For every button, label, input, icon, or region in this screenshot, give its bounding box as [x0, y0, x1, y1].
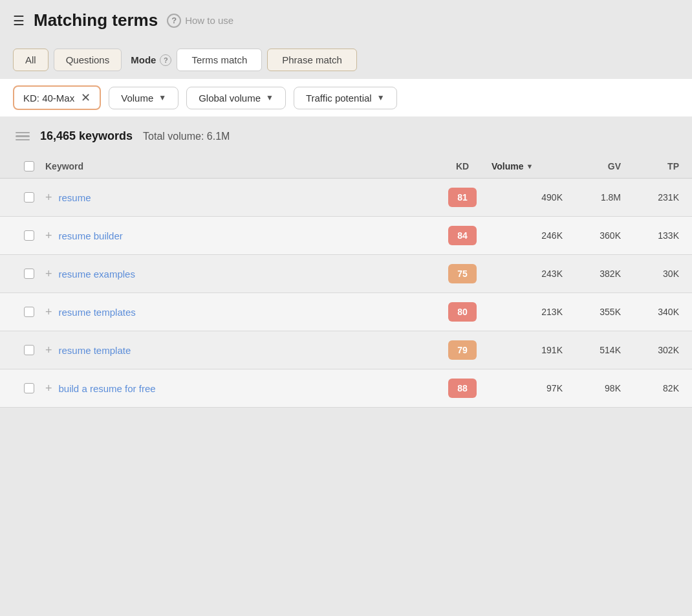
- active-filters-row: KD: 40-Max ✕ Volume ▼ Global volume ▼ Tr…: [0, 79, 692, 116]
- row-checkbox[interactable]: [24, 269, 34, 279]
- kd-chip-close-button[interactable]: ✕: [81, 92, 91, 104]
- row-volume-cell: 490K: [492, 192, 563, 203]
- add-keyword-button[interactable]: +: [45, 192, 52, 203]
- row-kd-cell: 81: [433, 188, 492, 207]
- row-volume-cell: 97K: [492, 383, 563, 393]
- row-volume-cell: 246K: [492, 230, 563, 241]
- menu-icon[interactable]: ☰: [13, 14, 25, 27]
- select-all-checkbox[interactable]: [24, 161, 34, 171]
- header: ☰ Matching terms ? How to use: [0, 0, 692, 41]
- drag-handle[interactable]: [16, 132, 30, 141]
- row-checkbox-cell: [13, 345, 45, 355]
- kd-badge: 80: [448, 302, 477, 322]
- volume-dropdown[interactable]: Volume ▼: [109, 87, 178, 109]
- phrase-match-button[interactable]: Phrase match: [267, 49, 357, 71]
- row-keyword-cell: + resume templates: [45, 306, 433, 318]
- kd-chip-label: KD: 40-Max: [23, 93, 74, 104]
- how-to-use-label: How to use: [185, 15, 233, 26]
- add-keyword-button[interactable]: +: [45, 344, 52, 356]
- global-volume-dropdown-arrow: ▼: [266, 93, 274, 102]
- row-kd-cell: 75: [433, 264, 492, 283]
- total-volume: Total volume: 6.1M: [143, 131, 230, 142]
- row-checkbox-cell: [13, 230, 45, 241]
- header-checkbox-cell: [13, 161, 45, 171]
- kd-badge: 81: [448, 188, 477, 207]
- row-gv-cell: 382K: [563, 269, 621, 279]
- mode-label: Mode ?: [131, 54, 171, 66]
- keyword-link[interactable]: resume: [59, 192, 91, 203]
- row-gv-cell: 514K: [563, 345, 621, 355]
- add-keyword-button[interactable]: +: [45, 268, 52, 280]
- row-checkbox[interactable]: [24, 383, 34, 393]
- table-row: + resume template 79 191K 514K 302K: [0, 331, 692, 369]
- row-gv-cell: 1.8M: [563, 192, 621, 203]
- col-keyword: Keyword: [45, 161, 433, 171]
- table-header: Keyword KD Volume ▼ GV TP: [0, 155, 692, 179]
- row-checkbox-cell: [13, 383, 45, 393]
- table-row: + resume examples 75 243K 382K 30K: [0, 255, 692, 293]
- filter-bar: All Questions Mode ? Terms match Phrase …: [0, 41, 692, 79]
- table-row: + resume 81 490K 1.8M 231K: [0, 179, 692, 217]
- row-checkbox[interactable]: [24, 230, 34, 241]
- row-checkbox-cell: [13, 307, 45, 317]
- keyword-link[interactable]: resume builder: [59, 230, 123, 241]
- kd-badge: 88: [448, 379, 477, 398]
- row-volume-cell: 213K: [492, 307, 563, 317]
- keyword-link[interactable]: resume template: [59, 345, 131, 356]
- row-keyword-cell: + resume template: [45, 344, 433, 356]
- row-volume-cell: 243K: [492, 269, 563, 279]
- table-row: + resume templates 80 213K 355K 340K: [0, 293, 692, 331]
- volume-dropdown-arrow: ▼: [158, 93, 166, 102]
- table-row: + resume builder 84 246K 360K 133K: [0, 217, 692, 255]
- row-kd-cell: 79: [433, 340, 492, 360]
- row-tp-cell: 231K: [621, 192, 679, 203]
- row-gv-cell: 98K: [563, 383, 621, 393]
- col-tp: TP: [621, 161, 679, 171]
- table-body: + resume 81 490K 1.8M 231K + resume buil…: [0, 179, 692, 408]
- traffic-potential-dropdown-arrow: ▼: [377, 93, 385, 102]
- keyword-link[interactable]: resume templates: [59, 307, 136, 318]
- kd-filter-chip[interactable]: KD: 40-Max ✕: [13, 85, 101, 110]
- terms-match-button[interactable]: Terms match: [177, 49, 262, 71]
- col-volume[interactable]: Volume ▼: [492, 161, 563, 171]
- row-tp-cell: 302K: [621, 345, 679, 355]
- global-volume-dropdown[interactable]: Global volume ▼: [186, 87, 286, 109]
- mode-help-icon[interactable]: ?: [160, 54, 171, 66]
- how-to-use-button[interactable]: ? How to use: [167, 14, 233, 28]
- add-keyword-button[interactable]: +: [45, 306, 52, 318]
- row-gv-cell: 355K: [563, 307, 621, 317]
- add-keyword-button[interactable]: +: [45, 230, 52, 241]
- row-tp-cell: 30K: [621, 269, 679, 279]
- row-keyword-cell: + build a resume for free: [45, 382, 433, 394]
- row-kd-cell: 80: [433, 302, 492, 322]
- row-keyword-cell: + resume builder: [45, 230, 433, 241]
- page-title: Matching terms: [34, 10, 158, 30]
- keywords-count: 16,465 keywords: [40, 129, 133, 143]
- table-row: + build a resume for free 88 97K 98K 82K: [0, 369, 692, 408]
- row-keyword-cell: + resume examples: [45, 268, 433, 280]
- row-kd-cell: 88: [433, 379, 492, 398]
- keyword-link[interactable]: resume examples: [59, 269, 135, 280]
- add-keyword-button[interactable]: +: [45, 382, 52, 394]
- row-checkbox[interactable]: [24, 307, 34, 317]
- row-gv-cell: 360K: [563, 230, 621, 241]
- keyword-link[interactable]: build a resume for free: [59, 383, 156, 394]
- traffic-potential-dropdown[interactable]: Traffic potential ▼: [294, 87, 397, 109]
- row-checkbox-cell: [13, 269, 45, 279]
- row-kd-cell: 84: [433, 226, 492, 245]
- col-gv: GV: [563, 161, 621, 171]
- summary-row: 16,465 keywords Total volume: 6.1M: [0, 118, 692, 155]
- volume-sort-arrow: ▼: [526, 162, 534, 170]
- row-volume-cell: 191K: [492, 345, 563, 355]
- all-filter-button[interactable]: All: [13, 49, 49, 71]
- row-checkbox[interactable]: [24, 345, 34, 355]
- row-checkbox[interactable]: [24, 192, 34, 203]
- row-tp-cell: 133K: [621, 230, 679, 241]
- row-checkbox-cell: [13, 192, 45, 203]
- row-tp-cell: 82K: [621, 383, 679, 393]
- kd-badge: 84: [448, 226, 477, 245]
- help-icon: ?: [167, 14, 181, 28]
- row-keyword-cell: + resume: [45, 192, 433, 203]
- kd-badge: 79: [448, 340, 477, 360]
- questions-filter-button[interactable]: Questions: [54, 49, 122, 71]
